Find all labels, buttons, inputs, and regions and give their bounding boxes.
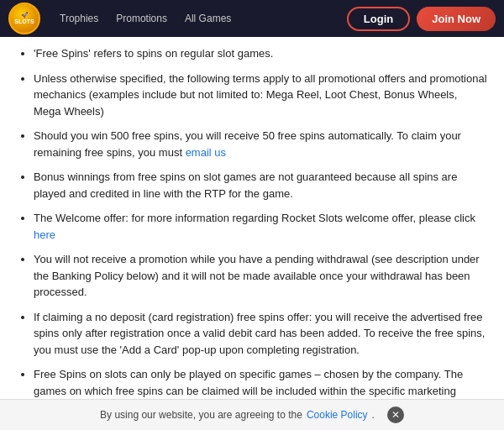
cookie-policy-link[interactable]: Cookie Policy — [307, 409, 368, 421]
list-item: If claiming a no deposit (card registrat… — [34, 309, 487, 359]
nav-trophies[interactable]: Trophies — [53, 8, 105, 29]
list-item: The Welcome offer: for more information … — [34, 210, 487, 243]
list-item: You will not receive a promotion while y… — [34, 251, 487, 301]
item-text: Unless otherwise specified, the followin… — [34, 72, 487, 118]
list-item: Unless otherwise specified, the followin… — [34, 71, 487, 120]
cookie-bar: By using our website, you are agreeing t… — [0, 399, 504, 430]
site-header: 🚀SLOTS Trophies Promotions All Games Log… — [0, 0, 504, 37]
login-button[interactable]: Login — [347, 7, 410, 31]
logo-text: 🚀SLOTS — [14, 12, 34, 24]
nav-promotions[interactable]: Promotions — [109, 8, 174, 29]
here-link[interactable]: here — [34, 228, 55, 241]
auth-buttons: Login Join Now — [347, 7, 496, 31]
cookie-close-button[interactable]: ✕ — [387, 406, 404, 423]
item-text: If claiming a no deposit (card registrat… — [34, 311, 485, 356]
item-text-before: Should you win 500 free spins, you will … — [34, 129, 461, 159]
join-button[interactable]: Join Now — [417, 7, 496, 31]
cookie-text-before: By using our website, you are agreeing t… — [100, 409, 302, 421]
logo: 🚀SLOTS — [8, 3, 40, 34]
item-text: You will not receive a promotion while y… — [34, 253, 480, 298]
list-item: 'Free Spins' refers to spins on regular … — [34, 45, 487, 62]
item-text: 'Free Spins' refers to spins on regular … — [34, 47, 273, 60]
email-us-link[interactable]: email us — [186, 146, 226, 159]
item-text: Bonus winnings from free spins on slot g… — [34, 170, 457, 200]
item-text-before: The Welcome offer: for more information … — [34, 212, 475, 224]
logo-icon: 🚀SLOTS — [8, 3, 40, 34]
list-item: Should you win 500 free spins, you will … — [34, 128, 487, 160]
main-nav: Trophies Promotions All Games — [53, 8, 347, 29]
cookie-text-after: . — [372, 409, 375, 421]
nav-all-games[interactable]: All Games — [178, 8, 238, 29]
list-item: Bonus winnings from free spins on slot g… — [34, 169, 487, 202]
terms-content: 'Free Spins' refers to spins on regular … — [0, 37, 504, 430]
terms-list: 'Free Spins' refers to spins on regular … — [17, 45, 487, 430]
